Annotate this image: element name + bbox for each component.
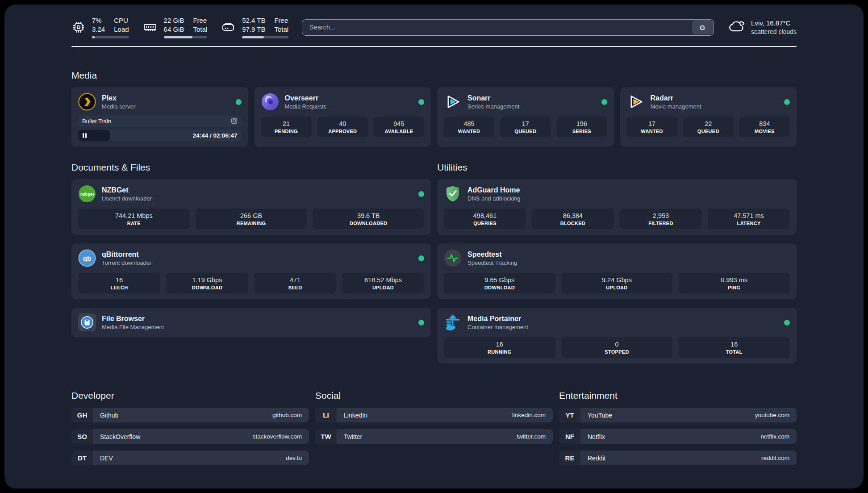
stat-tile: 0.993 msPING [678, 273, 790, 293]
ram-widget: 22 GiB 64 GiB Free Total [142, 16, 208, 38]
nzbget-card[interactable]: nzbget NZBGet Usenet downloader 74 [71, 179, 431, 235]
weather-condition: scattered clouds [751, 28, 797, 36]
stat-tile: 2,953FILTERED [620, 209, 702, 229]
link-tag: GH [71, 408, 93, 422]
cloud-icon [727, 17, 745, 37]
link-name: Github [100, 412, 118, 419]
stat-tile: 1.19 GbpsDOWNLOAD [166, 273, 248, 293]
developer-section: Developer GH Github github.com SO StackO… [71, 390, 309, 465]
plex-card[interactable]: Plex Media server Bullet Train [71, 87, 248, 147]
now-playing-title: Bullet Train [82, 118, 111, 125]
sonarr-card[interactable]: Sonarr Series management 485WANTED 17QUE… [437, 87, 614, 147]
app-name: NZBGet [102, 186, 152, 194]
playback-progress-bar: 24:44 / 02:06:47 [78, 130, 242, 141]
link-tag: LI [315, 408, 337, 422]
radarr-card[interactable]: Radarr Movie management 17WANTED 22QUEUE… [620, 87, 797, 147]
search-engine-button[interactable]: G [692, 20, 713, 34]
qbittorrent-icon: qb [78, 249, 96, 267]
cpu-label: CPU [114, 16, 129, 25]
status-dot [418, 99, 424, 105]
link-github[interactable]: GH Github github.com [71, 408, 309, 422]
speedtest-icon [444, 249, 462, 267]
social-section: Social LI LinkedIn linkedin.com TW Twitt… [315, 390, 553, 465]
section-title-utilities: Utilities [437, 162, 797, 173]
link-url: reddit.com [761, 455, 789, 461]
link-url: dev.to [286, 455, 302, 461]
app-description: DNS and adblocking [467, 195, 521, 202]
stat-tile: 9.65 GbpsDOWNLOAD [444, 273, 555, 293]
adguard-card[interactable]: AdGuard Home DNS and adblocking 498,461Q… [437, 179, 797, 235]
cpu-icon [71, 20, 86, 34]
overseerr-card[interactable]: Overseerr Media Requests 21PENDING 40APP… [255, 87, 431, 147]
app-name: Sonarr [467, 94, 519, 102]
link-netflix[interactable]: NF Netflix netflix.com [559, 429, 797, 444]
status-dot [418, 191, 424, 197]
now-playing-row: Bullet Train [78, 116, 242, 127]
status-dot [236, 99, 242, 105]
weather-widget: Lviv, 16.87°C scattered clouds [727, 17, 797, 37]
link-dev[interactable]: DT DEV dev.to [71, 451, 309, 465]
entertainment-section: Entertainment YT YouTube youtube.com NF … [559, 390, 797, 465]
adguard-icon [444, 185, 462, 203]
link-url: twitter.com [517, 433, 546, 440]
app-name: Overseerr [285, 94, 327, 102]
stat-tile: 39.6 TBDOWNLOADED [313, 209, 424, 229]
pause-button[interactable] [83, 133, 87, 138]
svg-text:qb: qb [83, 255, 91, 262]
stat-tile: 744.21 MbpsRATE [78, 209, 190, 229]
speedtest-card[interactable]: Speedtest Speedtest Tracking 9.65 GbpsDO… [437, 243, 797, 299]
session-camera-icon[interactable] [231, 117, 238, 125]
app-description: Media Requests [285, 103, 327, 110]
disk-free-value: 52.4 TB [242, 16, 265, 25]
link-stackoverflow[interactable]: SO StackOverflow stackoverflow.com [71, 429, 309, 444]
search-input[interactable] [302, 19, 714, 36]
stat-tile: 16LEECH [78, 273, 160, 293]
status-dot [601, 99, 607, 105]
link-reddit[interactable]: RE Reddit reddit.com [559, 451, 797, 465]
stat-tile: 834MOVIES [739, 117, 790, 137]
filebrowser-card[interactable]: File Browser Media File Management [71, 308, 431, 337]
link-url: linkedin.com [512, 412, 546, 418]
section-title-documents: Documents & Files [71, 162, 431, 173]
app-description: Speedtest Tracking [467, 259, 517, 266]
link-url: github.com [272, 412, 302, 418]
link-youtube[interactable]: YT YouTube youtube.com [559, 408, 797, 422]
search-bar: G [302, 19, 714, 36]
utilities-column: Utilities [437, 162, 797, 363]
stat-tile: 47.571 msLATENCY [708, 209, 790, 229]
app-name: Plex [102, 94, 135, 102]
disk-total-value: 97.9 TB [242, 25, 265, 33]
cpu-load-label: Load [114, 25, 129, 33]
section-title-media: Media [71, 70, 797, 81]
status-dot [418, 320, 424, 326]
ram-progress-bar [164, 36, 208, 38]
app-description: Usenet downloader [102, 195, 152, 202]
app-description: Container management [467, 324, 528, 330]
link-url: stackoverflow.com [253, 433, 302, 440]
status-dot [784, 320, 790, 326]
stat-tile: 22QUEUED [683, 117, 734, 137]
stat-tile: 0STOPPED [561, 337, 673, 358]
svg-text:nzbget: nzbget [80, 192, 94, 196]
stat-tile: 498,461QUERIES [444, 209, 526, 229]
header-divider [71, 46, 797, 47]
link-name: Twitter [344, 433, 362, 440]
disk-icon [221, 20, 236, 35]
link-twitter[interactable]: TW Twitter twitter.com [315, 429, 553, 444]
stat-tile: 21PENDING [261, 117, 312, 137]
app-description: Media server [102, 103, 135, 110]
qbittorrent-card[interactable]: qb qBittorrent Torrent downloader [71, 243, 431, 299]
stat-tile: 86,384BLOCKED [532, 209, 614, 229]
link-url: netflix.com [760, 433, 789, 440]
link-name: StackOverflow [100, 433, 140, 440]
top-bar: 7% 3.24 CPU Load [71, 16, 797, 38]
app-description: Movie management [651, 103, 701, 110]
section-title-social: Social [315, 390, 553, 401]
link-linkedin[interactable]: LI LinkedIn linkedin.com [315, 408, 553, 422]
section-title-developer: Developer [71, 390, 309, 401]
disk-free-label: Free [274, 16, 288, 25]
link-tag: DT [71, 451, 93, 465]
cpu-load-value: 3.24 [92, 25, 105, 33]
app-description: Torrent downloader [102, 259, 151, 266]
portainer-card[interactable]: Media Portainer Container management 16R… [437, 308, 797, 363]
